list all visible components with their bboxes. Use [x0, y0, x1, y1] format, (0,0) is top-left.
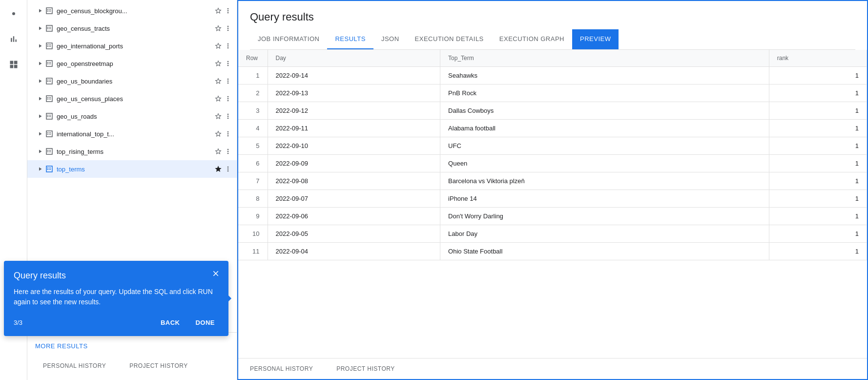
expand-icon[interactable]: [35, 147, 45, 156]
table-row: 92022-09-06Don't Worry Darling1: [238, 208, 867, 225]
star-icon[interactable]: [213, 76, 223, 86]
main-content: Query results JOB INFORMATIONRESULTSJSON…: [237, 0, 868, 380]
resize-handle[interactable]: [767, 50, 769, 66]
expand-icon[interactable]: [35, 164, 45, 174]
personal-history-bottom-tab[interactable]: PERSONAL HISTORY: [238, 359, 325, 379]
explorer-item-geo_openstreetmap[interactable]: geo_openstreetmap: [27, 55, 237, 72]
results-table: RowDayTop_Termrank 12022-09-14Seahawks12…: [238, 50, 867, 260]
table-grid-icon[interactable]: [6, 57, 21, 72]
more-options-icon[interactable]: [223, 76, 233, 86]
more-options-icon[interactable]: [223, 6, 233, 16]
table-row: 42022-09-11Alabama football1: [238, 120, 867, 137]
cell-day: 2022-09-06: [268, 208, 440, 225]
cell-top-term: Ohio State Football: [440, 243, 769, 260]
cell-row-num: 3: [238, 102, 268, 120]
popover-step: 3/3: [14, 319, 22, 326]
popover-back-button[interactable]: BACK: [157, 317, 184, 328]
star-icon[interactable]: [213, 129, 223, 139]
table-row: 22022-09-13PnB Rock1: [238, 84, 867, 102]
star-icon[interactable]: [213, 59, 223, 68]
personal-history-tab[interactable]: PERSONAL HISTORY: [31, 356, 118, 376]
expand-icon[interactable]: [35, 111, 45, 121]
popover-close-button[interactable]: [209, 267, 223, 280]
results-table-wrapper[interactable]: RowDayTop_Termrank 12022-09-14Seahawks12…: [238, 50, 867, 358]
popover-title: Query results: [14, 271, 219, 281]
explorer-item-top_rising_terms[interactable]: top_rising_terms: [27, 143, 237, 160]
table-row: 52022-09-10UFC1: [238, 137, 867, 155]
explorer-item-geo_census_blockgrou[interactable]: geo_census_blockgrou...: [27, 2, 237, 20]
tab-execution-graph[interactable]: EXECUTION GRAPH: [492, 29, 572, 49]
star-icon[interactable]: [213, 94, 223, 104]
tab-preview[interactable]: PREVIEW: [572, 29, 619, 49]
cell-top-term: UFC: [440, 137, 769, 155]
more-options-icon[interactable]: [223, 23, 233, 33]
table-body: 12022-09-14Seahawks122022-09-13PnB Rock1…: [238, 67, 867, 260]
explorer-item-geo_census_tracts[interactable]: geo_census_tracts: [27, 20, 237, 37]
more-options-icon[interactable]: [223, 59, 233, 68]
explorer-item-label-geo_census_tracts: geo_census_tracts: [57, 25, 212, 32]
cell-top-term: Labor Day: [440, 225, 769, 243]
cell-rank: 1: [769, 172, 867, 190]
table-header-row: RowDayTop_Termrank: [238, 50, 867, 67]
explorer-item-geo_international_ports[interactable]: geo_international_ports: [27, 37, 237, 55]
explorer-item-top_terms[interactable]: top_terms: [27, 160, 237, 178]
explorer-item-geo_us_roads[interactable]: geo_us_roads: [27, 107, 237, 125]
explorer-footer: MORE RESULTS PERSONAL HISTORY PROJECT HI…: [27, 332, 237, 380]
cell-top-term: PnB Rock: [440, 84, 769, 102]
expand-icon[interactable]: [35, 23, 45, 33]
cell-rank: 1: [769, 208, 867, 225]
star-icon[interactable]: [213, 6, 223, 16]
more-options-icon[interactable]: [223, 164, 233, 174]
table-header: RowDayTop_Termrank: [238, 50, 867, 67]
cell-rank: 1: [769, 225, 867, 243]
explorer-item-label-geo_us_roads: geo_us_roads: [57, 113, 212, 120]
resize-handle[interactable]: [438, 50, 440, 66]
table-row: 102022-09-05Labor Day1: [238, 225, 867, 243]
table-icon: [45, 59, 54, 68]
more-options-icon[interactable]: [223, 94, 233, 104]
star-icon[interactable]: [213, 23, 223, 33]
resize-handle[interactable]: [266, 50, 268, 66]
cell-row-num: 11: [238, 243, 268, 260]
explorer-item-geo_us_boundaries[interactable]: geo_us_boundaries: [27, 72, 237, 90]
tab-execution-details[interactable]: EXECUTION DETAILS: [407, 29, 492, 49]
expand-icon[interactable]: [35, 129, 45, 139]
explorer-item-label-geo_international_ports: geo_international_ports: [57, 42, 212, 50]
explorer-item-label-geo_us_census_places: geo_us_census_places: [57, 95, 212, 103]
tab-results[interactable]: RESULTS: [327, 29, 373, 49]
star-icon[interactable]: [213, 111, 223, 121]
more-options-icon[interactable]: [223, 111, 233, 121]
table-row: 12022-09-14Seahawks1: [238, 67, 867, 84]
explorer-item-international_top_t[interactable]: international_top_t...: [27, 125, 237, 143]
cell-day: 2022-09-09: [268, 155, 440, 172]
expand-icon[interactable]: [35, 94, 45, 104]
more-results-button[interactable]: MORE RESULTS: [27, 337, 237, 356]
explorer-item-geo_us_census_places[interactable]: geo_us_census_places: [27, 90, 237, 107]
column-header-day: Day: [268, 50, 440, 67]
cell-day: 2022-09-13: [268, 84, 440, 102]
tab-job-information[interactable]: JOB INFORMATION: [250, 29, 327, 49]
resize-handle[interactable]: [865, 50, 867, 66]
project-history-tab[interactable]: PROJECT HISTORY: [118, 356, 200, 376]
project-history-bottom-tab[interactable]: PROJECT HISTORY: [325, 359, 407, 379]
more-options-icon[interactable]: [223, 41, 233, 51]
cell-day: 2022-09-12: [268, 102, 440, 120]
star-icon[interactable]: [213, 147, 223, 156]
menu-dot-icon[interactable]: [6, 6, 21, 21]
expand-icon[interactable]: [35, 41, 45, 51]
expand-icon[interactable]: [35, 6, 45, 16]
expand-icon[interactable]: [35, 59, 45, 68]
more-options-icon[interactable]: [223, 147, 233, 156]
table-icon: [45, 147, 54, 156]
star-icon[interactable]: [213, 41, 223, 51]
cell-day: 2022-09-10: [268, 137, 440, 155]
table-row: 62022-09-09Queen1: [238, 155, 867, 172]
tab-json[interactable]: JSON: [373, 29, 407, 49]
popover-done-button[interactable]: DONE: [191, 317, 219, 328]
cell-rank: 1: [769, 120, 867, 137]
expand-icon[interactable]: [35, 76, 45, 86]
chart-icon[interactable]: [6, 31, 21, 47]
more-options-icon[interactable]: [223, 129, 233, 139]
cell-row-num: 8: [238, 190, 268, 208]
star-icon[interactable]: [213, 164, 223, 174]
